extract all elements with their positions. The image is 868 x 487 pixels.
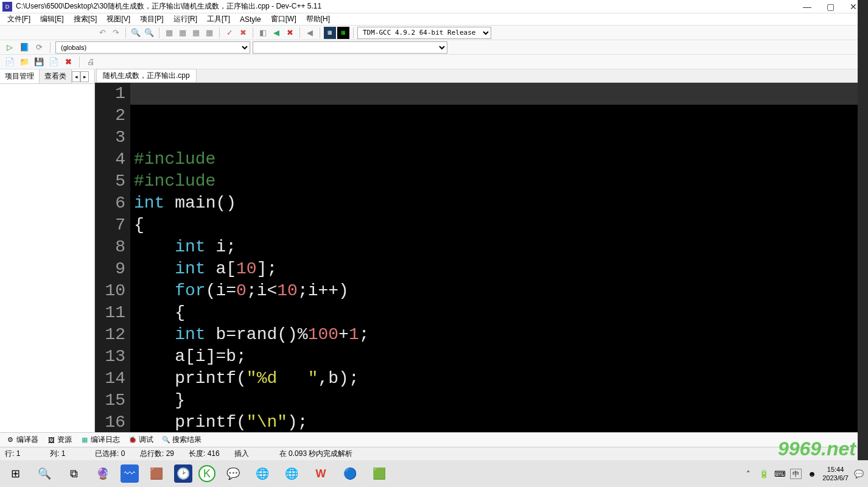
sidebar-next-icon[interactable]: ▸ xyxy=(80,71,89,82)
clock-time: 15:44 xyxy=(822,465,849,474)
gear-icon: ⚙ xyxy=(6,436,15,444)
close-file-icon[interactable]: 📄 xyxy=(47,56,60,68)
system-clock[interactable]: 15:44 2023/6/7 xyxy=(822,465,849,482)
open-folder-icon[interactable]: 📁 xyxy=(18,56,30,68)
taskbar-app-1[interactable]: 🔮 xyxy=(91,462,114,485)
status-len: 长度: 416 xyxy=(189,449,220,459)
bottom-panel-tabs: ⚙编译器 🖼资源 ▦编译日志 🐞调试 🔍搜索结果 xyxy=(0,432,868,447)
scope-select[interactable]: (globals) xyxy=(55,41,250,54)
tray-emoji-icon[interactable]: ☻ xyxy=(807,468,817,479)
stop-icon[interactable]: ✖ xyxy=(237,27,249,39)
menu-help[interactable]: 帮助[H] xyxy=(303,13,334,26)
menu-window[interactable]: 窗口[W] xyxy=(267,13,300,26)
redo-icon[interactable]: ↷ xyxy=(110,27,122,39)
status-col: 列: 1 xyxy=(50,449,80,459)
window-title: C:\Users\6500\Desktop\2\30随机生成数，正序输出\随机生… xyxy=(16,1,801,12)
current-line-highlight xyxy=(130,83,868,105)
log-icon: ▦ xyxy=(80,436,89,444)
main-toolbar: ↶ ↷ 🔍 🔍 ▦ ▦ ▦ ▦ ✓ ✖ ◧ ◀ ✖ ◀ ▦ ▦ TDM-GCC … xyxy=(0,26,868,40)
line-gutter: 1 2 3 4 5 6 7 8 9 10 11 12 13 14 15 16 xyxy=(95,83,130,432)
taskbar-app-5[interactable]: K xyxy=(198,465,215,482)
taskbar-app-6[interactable]: 💬 xyxy=(222,462,245,485)
start-button[interactable]: ⊞ xyxy=(4,462,27,485)
toolbar-2: ▷ 📘 ⟳ (globals) xyxy=(0,40,868,55)
panel-tab-log[interactable]: ▦编译日志 xyxy=(78,433,122,446)
compiler-select[interactable]: TDM-GCC 4.9.2 64-bit Release xyxy=(357,27,491,39)
member-select[interactable] xyxy=(253,41,447,54)
windows-taskbar: ⊞ 🔍 ⧉ 🔮 〰 🟫 🕑 K 💬 🌐 🌐 W 🔵 🟩 ˄ 🔋 ⌨ 中 ☻ 15… xyxy=(0,460,868,487)
clock-date: 2023/6/7 xyxy=(822,474,849,482)
status-sel: 已选择: 0 xyxy=(95,449,125,459)
status-parse: 在 0.093 秒内完成解析 xyxy=(279,449,353,459)
ime-indicator[interactable]: 中 xyxy=(790,469,802,479)
taskbar-app-9[interactable]: W xyxy=(309,462,332,485)
status-mode: 插入 xyxy=(234,449,265,459)
menu-file[interactable]: 文件[F] xyxy=(4,13,34,26)
refresh-icon[interactable]: ⟳ xyxy=(33,41,45,54)
play-icon[interactable]: ▷ xyxy=(4,41,16,54)
find-icon[interactable]: 🔍 xyxy=(130,27,142,39)
menu-view[interactable]: 视图[V] xyxy=(103,13,134,26)
debug-icon[interactable]: ✓ xyxy=(223,27,236,39)
menu-run[interactable]: 运行[R] xyxy=(170,13,201,26)
menu-edit[interactable]: 编辑[E] xyxy=(37,13,68,26)
maximize-button[interactable]: ▢ xyxy=(824,1,836,13)
search-button[interactable]: 🔍 xyxy=(33,462,56,485)
taskbar-app-8[interactable]: 🌐 xyxy=(280,462,303,485)
delete-icon[interactable]: ✖ xyxy=(284,27,296,39)
taskbar-app-7[interactable]: 🌐 xyxy=(251,462,274,485)
tray-chevron-icon[interactable]: ˄ xyxy=(743,468,754,479)
code-editor[interactable]: 1 2 3 4 5 6 7 8 9 10 11 12 13 14 15 16 #… xyxy=(95,83,868,432)
sidebar: 项目管理 查看类 ◂ ▸ xyxy=(0,69,95,432)
book-icon[interactable]: 📘 xyxy=(18,41,30,54)
sidebar-tab-classes[interactable]: 查看类 xyxy=(40,69,72,83)
rebuild-icon[interactable]: ▦ xyxy=(203,27,215,39)
term2-icon[interactable]: ▦ xyxy=(337,27,349,39)
undo-icon[interactable]: ↶ xyxy=(96,27,108,39)
tray-keyboard-icon[interactable]: ⌨ xyxy=(774,468,785,479)
panel-tab-compiler[interactable]: ⚙编译器 xyxy=(4,433,41,446)
compile-icon[interactable]: ▦ xyxy=(163,27,175,39)
compile-run-icon[interactable]: ▦ xyxy=(190,27,202,39)
resource-icon: 🖼 xyxy=(47,436,55,444)
editor-tab[interactable]: 随机生成数，正序输出.cpp xyxy=(96,69,197,82)
menu-project[interactable]: 项目[P] xyxy=(136,13,167,26)
title-bar: D C:\Users\6500\Desktop\2\30随机生成数，正序输出\随… xyxy=(0,0,868,13)
task-view-button[interactable]: ⧉ xyxy=(62,462,85,485)
menu-search[interactable]: 搜索[S] xyxy=(70,13,101,26)
status-total: 总行数: 29 xyxy=(140,449,174,459)
notifications-icon[interactable]: 💬 xyxy=(853,468,864,479)
print-icon[interactable]: 🖨 xyxy=(85,56,97,68)
status-bar: 行: 1 列: 1 已选择: 0 总行数: 29 长度: 416 插入 在 0.… xyxy=(0,447,868,460)
taskbar-app-4[interactable]: 🕑 xyxy=(174,464,192,483)
status-line: 行: 1 xyxy=(5,449,35,459)
search-icon: 🔍 xyxy=(162,436,170,444)
minimize-button[interactable]: — xyxy=(801,1,813,13)
new-file-icon[interactable]: 📄 xyxy=(4,56,16,68)
panel-tab-search[interactable]: 🔍搜索结果 xyxy=(159,433,204,446)
toolbar-3: 📄 📁 💾 📄 ✖ 🖨 xyxy=(0,55,868,69)
panel-tab-resource[interactable]: 🖼资源 xyxy=(44,433,74,446)
run-icon[interactable]: ▦ xyxy=(177,27,189,39)
menu-astyle[interactable]: AStyle xyxy=(236,14,265,25)
sidebar-tab-project[interactable]: 项目管理 xyxy=(0,69,40,83)
taskbar-app-2[interactable]: 〰 xyxy=(121,464,139,483)
profile-icon[interactable]: ◧ xyxy=(257,27,269,39)
taskbar-app-3[interactable]: 🟫 xyxy=(145,462,168,485)
taskbar-app-10[interactable]: 🔵 xyxy=(338,462,362,485)
close-x-icon[interactable]: ✖ xyxy=(62,56,74,68)
save-icon[interactable]: 💾 xyxy=(33,56,45,68)
prev-icon[interactable]: ◀ xyxy=(270,27,282,39)
menu-tools[interactable]: 工具[T] xyxy=(203,13,234,26)
goto-icon[interactable]: ◀ xyxy=(304,27,316,39)
replace-icon[interactable]: 🔍 xyxy=(143,27,155,39)
app-icon: D xyxy=(2,2,12,12)
code-content[interactable]: #include#includeint main(){ int i; int a… xyxy=(130,83,868,432)
taskbar-app-11[interactable]: 🟩 xyxy=(368,462,391,485)
bug-icon: 🐞 xyxy=(128,436,137,444)
tray-battery-icon[interactable]: 🔋 xyxy=(758,468,769,479)
term1-icon[interactable]: ▦ xyxy=(324,27,336,39)
panel-tab-debug[interactable]: 🐞调试 xyxy=(126,433,156,446)
menu-bar: 文件[F] 编辑[E] 搜索[S] 视图[V] 项目[P] 运行[R] 工具[T… xyxy=(0,13,868,26)
sidebar-prev-icon[interactable]: ◂ xyxy=(72,71,80,82)
